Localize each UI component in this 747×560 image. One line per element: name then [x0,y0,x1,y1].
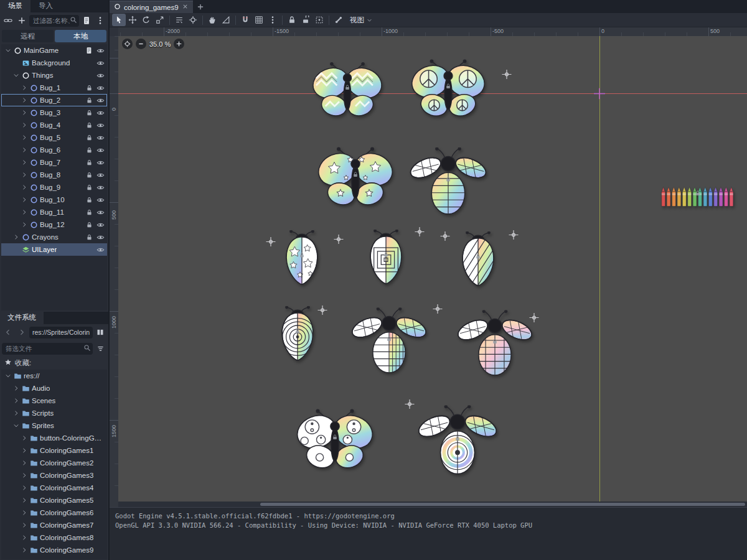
canvas-sprite-ladybug-squares[interactable] [364,230,408,289]
tab-filesystem[interactable]: 文件系统 [0,312,44,324]
file-tree-item-ColoringGames4[interactable]: ColoringGames4 [1,482,107,494]
file-tree-item-Scenes[interactable]: Scenes [1,394,107,407]
expand-arrow-icon[interactable] [20,497,28,503]
expand-arrow-icon[interactable] [20,172,28,178]
canvas-sprite-butterfly-chevron[interactable] [307,59,388,126]
pan-tool[interactable] [205,14,219,26]
visibility-eye-icon[interactable] [95,47,105,55]
file-tree-item-ColoringGames2[interactable]: ColoringGames2 [1,457,107,469]
visibility-eye-icon[interactable] [95,184,105,192]
expand-arrow-icon[interactable] [20,122,28,128]
skeleton-options-button[interactable] [332,14,345,26]
add-node-button[interactable] [16,14,28,27]
canvas-sprite-ladybug-circles[interactable] [276,306,319,366]
scene-node-Bug_5[interactable]: Bug_5 [1,131,107,144]
scene-node-Bug_12[interactable]: Bug_12 [1,218,107,231]
node-origin-gizmo[interactable] [405,399,415,411]
lock-icon[interactable] [84,85,94,91]
scene-node-Crayons[interactable]: Crayons [1,231,107,243]
visibility-eye-icon[interactable] [95,84,105,92]
scene-node-UILayer[interactable]: UILayer [1,243,107,256]
lock-icon[interactable] [84,209,94,216]
expand-arrow-icon[interactable] [20,85,28,91]
node-origin-gizmo[interactable] [529,313,539,325]
tab-scene-dock[interactable]: 场景 [0,0,31,12]
file-tree-item-Sprites[interactable]: Sprites [1,419,107,432]
grid-snap-toggle[interactable] [252,14,266,26]
tab-remote[interactable]: 远程 [2,30,54,42]
lock-selected-button[interactable] [285,14,299,26]
file-tree-item-ColoringGames8[interactable]: ColoringGames8 [1,531,107,544]
visibility-eye-icon[interactable] [95,72,105,80]
visibility-eye-icon[interactable] [95,121,105,129]
expand-arrow-icon[interactable] [20,134,28,141]
lock-icon[interactable] [84,97,94,104]
expand-arrow-icon[interactable] [12,398,20,404]
visibility-eye-icon[interactable] [95,159,105,167]
close-icon[interactable] [182,3,189,11]
scene-node-Bug_4[interactable]: Bug_4 [1,119,107,131]
tab-local[interactable]: 本地 [55,30,106,42]
expand-arrow-icon[interactable] [20,510,28,516]
scene-node-Bug_6[interactable]: Bug_6 [1,144,107,156]
expand-arrow-icon[interactable] [20,460,28,466]
canvas-2d[interactable]: 35.0 % [118,36,747,507]
node-origin-gizmo[interactable] [433,304,443,316]
expand-arrow-icon[interactable] [20,110,28,116]
visibility-eye-icon[interactable] [95,134,105,142]
split-mode-toggle-button[interactable] [94,326,106,338]
collapse-arrow-icon[interactable] [4,373,12,379]
node-origin-gizmo[interactable] [334,235,344,246]
lock-icon[interactable] [84,122,94,129]
file-tree-item-ColoringGames7[interactable]: ColoringGames7 [1,519,107,531]
instance-scene-button[interactable] [2,14,14,27]
expand-arrow-icon[interactable] [12,234,20,240]
move-tool[interactable] [126,14,139,26]
file-tree-item-ColoringGames6[interactable]: ColoringGames6 [1,506,107,519]
lock-icon[interactable] [84,197,94,203]
canvas-sprite-bee-half[interactable] [346,308,432,380]
scene-node-Bug_9[interactable]: Bug_9 [1,181,107,194]
canvas-sprite-butterfly-peace[interactable] [405,56,491,126]
file-filter-input[interactable] [6,345,83,352]
group-selected-button[interactable] [312,14,326,26]
expand-arrow-icon[interactable] [20,547,28,553]
visibility-eye-icon[interactable] [95,246,105,254]
file-tree-item-ColoringGames5[interactable]: ColoringGames5 [1,494,107,506]
expand-arrow-icon[interactable] [12,410,20,416]
scene-tree-menu-button[interactable] [94,14,106,27]
scale-tool[interactable] [153,14,167,26]
expand-arrow-icon[interactable] [20,222,28,228]
lock-icon[interactable] [84,234,94,241]
file-tree-item-ColoringGames3[interactable]: ColoringGames3 [1,469,107,482]
file-tree-item-res-[interactable]: res:// [1,370,107,382]
expand-arrow-icon[interactable] [12,385,20,391]
canvas-sprite-crayons-row[interactable] [661,187,735,210]
lock-icon[interactable] [84,184,94,191]
node-origin-gizmo[interactable] [266,237,276,249]
current-path-input[interactable] [32,329,90,336]
expand-arrow-icon[interactable] [20,472,28,478]
file-tree-item-Audio[interactable]: Audio [1,382,107,394]
visibility-eye-icon[interactable] [95,221,105,229]
canvas-sprite-bee-rings[interactable] [415,406,500,481]
scene-node-Bug_3[interactable]: Bug_3 [1,106,107,119]
attach-script-button[interactable] [80,14,93,27]
history-back-button[interactable] [2,326,14,338]
visibility-eye-icon[interactable] [95,146,105,154]
rotate-tool[interactable] [139,14,153,26]
expand-arrow-icon[interactable] [20,435,28,441]
visibility-eye-icon[interactable] [95,208,105,217]
scene-node-Bug_7[interactable]: Bug_7 [1,156,107,169]
pivot-tool[interactable] [186,14,200,26]
node-origin-gizmo[interactable] [415,227,425,239]
expand-arrow-icon[interactable] [20,485,28,491]
visibility-eye-icon[interactable] [95,109,105,117]
canvas-sprite-ladybug-stripes[interactable] [456,231,500,291]
canvas-sprite-ladybug-star[interactable] [280,230,324,290]
scene-tab-coloring-games9[interactable]: coloring_games9 [110,1,193,13]
zoom-level-label[interactable]: 35.0 % [149,40,171,48]
node-origin-gizmo[interactable] [509,230,519,242]
script-icon[interactable] [84,47,94,54]
expand-arrow-icon[interactable] [20,147,28,153]
